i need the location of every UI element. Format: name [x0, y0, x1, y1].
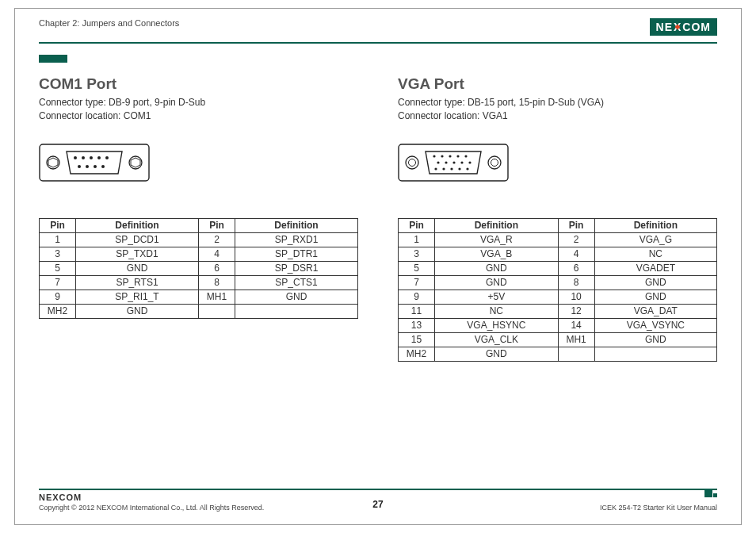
- cell-def: VGADET: [594, 261, 716, 275]
- svg-point-34: [458, 167, 460, 170]
- brand-part-x: X: [674, 21, 682, 33]
- cell-pin: 8: [199, 275, 235, 290]
- cell-pin: 1: [399, 232, 435, 247]
- vga-subtitle: Connector type: DB-15 port, 15-pin D-Sub…: [398, 96, 717, 123]
- table-row: 5GND6SP_DSR1: [40, 261, 358, 275]
- svg-point-10: [105, 156, 109, 159]
- top-bar: Chapter 2: Jumpers and Connectors NEXCOM: [39, 18, 717, 37]
- page-frame: Chapter 2: Jumpers and Connectors NEXCOM…: [14, 8, 742, 525]
- svg-point-27: [445, 161, 447, 163]
- db9-connector-icon: [39, 142, 358, 190]
- main-content: COM1 Port Connector type: DB-9 port, 9-p…: [39, 75, 717, 477]
- svg-point-19: [491, 159, 498, 166]
- brand-part-ne: NE: [656, 21, 673, 33]
- cell-def: GND: [594, 332, 716, 347]
- svg-marker-5: [67, 151, 122, 174]
- vga-location: Connector location: VGA1: [398, 110, 508, 121]
- table-row: MH2GND: [399, 347, 717, 361]
- cell-pin: 5: [40, 261, 76, 275]
- cell-def: SP_RXD1: [235, 232, 358, 247]
- table-row: MH2GND: [40, 304, 358, 318]
- cell-def: SP_RI1_T: [76, 290, 199, 304]
- cell-def: GND: [435, 347, 559, 361]
- table-row: 7SP_RTS18SP_CTS1: [40, 275, 358, 290]
- cell-def: GND: [235, 290, 358, 304]
- cell-def: VGA_CLK: [435, 332, 559, 347]
- vga-type: Connector type: DB-15 port, 15-pin D-Sub…: [398, 97, 604, 108]
- cell-def: VGA_DAT: [594, 304, 716, 318]
- cell-def: SP_DSR1: [235, 261, 358, 275]
- cell-def: GND: [76, 304, 199, 318]
- vga-tbody: 1VGA_R2VGA_G3VGA_B4NC5GND6VGADET7GND8GND…: [399, 232, 717, 361]
- table-row: 11NC12VGA_DAT: [399, 304, 717, 318]
- cell-def: VGA_G: [594, 232, 716, 247]
- chapter-label: Chapter 2: Jumpers and Connectors: [39, 18, 179, 28]
- cell-pin: MH1: [558, 332, 594, 347]
- svg-point-21: [433, 155, 435, 157]
- cell-pin: 2: [199, 232, 235, 247]
- cell-pin: MH2: [399, 347, 435, 361]
- table-row: 5GND6VGADET: [399, 261, 717, 275]
- footer-doc: ICEK 254-T2 Starter Kit User Manual: [600, 504, 717, 512]
- table-row: 9SP_RI1_TMH1GND: [40, 290, 358, 304]
- footer-bar: NEXCOM Copyright © 2012 NEXCOM Internati…: [39, 489, 717, 512]
- cell-def: SP_CTS1: [235, 275, 358, 290]
- footer: NEXCOM Copyright © 2012 NEXCOM Internati…: [39, 489, 717, 512]
- col-def: Definition: [235, 218, 358, 232]
- com1-location: Connector location: COM1: [39, 110, 151, 121]
- col-pin: Pin: [199, 218, 235, 232]
- table-row: 1SP_DCD12SP_RXD1: [40, 232, 358, 247]
- col-pin: Pin: [558, 218, 594, 232]
- svg-point-11: [78, 165, 81, 168]
- table-row: 3SP_TXD14SP_DTR1: [40, 247, 358, 261]
- col-pin: Pin: [399, 218, 435, 232]
- cell-def: GND: [594, 275, 716, 290]
- cell-def: SP_DCD1: [76, 232, 199, 247]
- section-tab: [39, 55, 67, 63]
- cell-pin: 11: [399, 304, 435, 318]
- cell-pin: 3: [40, 247, 76, 261]
- table-row: 13VGA_HSYNC14VGA_VSYNC: [399, 318, 717, 332]
- svg-point-30: [468, 161, 471, 163]
- cell-def: NC: [435, 304, 559, 318]
- col-def: Definition: [435, 218, 559, 232]
- col-pin: Pin: [40, 218, 76, 232]
- table-header-row: Pin Definition Pin Definition: [40, 218, 358, 232]
- cell-pin: 4: [199, 247, 235, 261]
- com1-section: COM1 Port Connector type: DB-9 port, 9-p…: [39, 75, 358, 477]
- com1-title: COM1 Port: [39, 75, 358, 93]
- svg-point-26: [437, 161, 439, 163]
- svg-point-29: [460, 161, 463, 163]
- cell-pin: 1: [40, 232, 76, 247]
- vga-pin-table: Pin Definition Pin Definition 1VGA_R2VGA…: [398, 218, 717, 362]
- vga-title: VGA Port: [398, 75, 717, 93]
- footer-left: NEXCOM Copyright © 2012 NEXCOM Internati…: [39, 493, 264, 512]
- cell-def: +5V: [435, 290, 559, 304]
- cell-def: GND: [76, 261, 199, 275]
- svg-point-17: [409, 159, 416, 166]
- cell-pin: 4: [558, 247, 594, 261]
- cell-pin: 15: [399, 332, 435, 347]
- com1-subtitle: Connector type: DB-9 port, 9-pin D-Sub C…: [39, 96, 358, 123]
- cell-pin: MH2: [40, 304, 76, 318]
- cell-def: SP_RTS1: [76, 275, 199, 290]
- cell-pin: MH1: [199, 290, 235, 304]
- brand-part-com: COM: [682, 21, 711, 33]
- footer-copyright: Copyright © 2012 NEXCOM International Co…: [39, 504, 264, 512]
- cell-pin: 2: [558, 232, 594, 247]
- table-header-row: Pin Definition Pin Definition: [399, 218, 717, 232]
- svg-point-14: [101, 165, 105, 168]
- svg-point-32: [442, 167, 445, 170]
- svg-point-31: [434, 167, 437, 170]
- cell-pin: [199, 304, 235, 318]
- cell-pin: 9: [399, 290, 435, 304]
- svg-point-12: [86, 165, 89, 168]
- table-row: 7GND8GND: [399, 275, 717, 290]
- cell-pin: 6: [199, 261, 235, 275]
- svg-point-24: [456, 155, 459, 157]
- cell-def: SP_TXD1: [76, 247, 199, 261]
- cell-pin: 8: [558, 275, 594, 290]
- cell-def: GND: [435, 261, 559, 275]
- cell-pin: 10: [558, 290, 594, 304]
- cell-def: NC: [594, 247, 716, 261]
